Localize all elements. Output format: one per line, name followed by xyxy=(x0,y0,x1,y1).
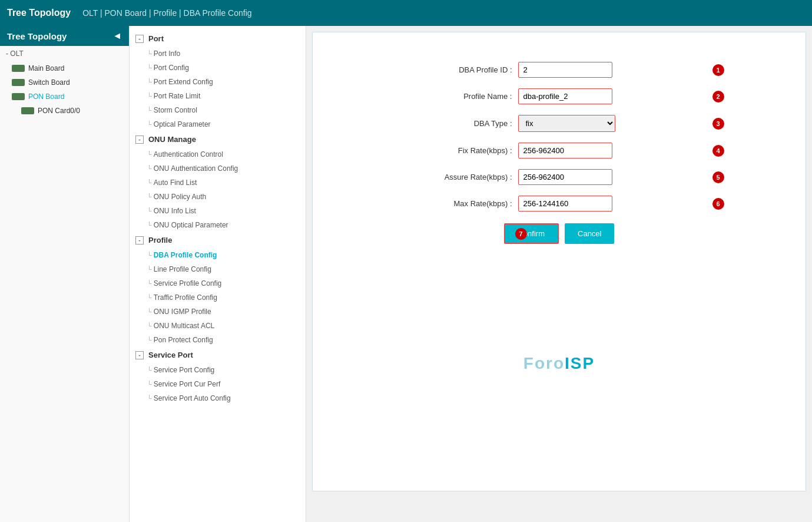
confirm-button[interactable]: Confirm xyxy=(504,223,559,244)
menu-pon-protect-config[interactable]: Pon Protect Config xyxy=(130,333,306,347)
section-port-label: Port xyxy=(148,34,164,43)
sidebar-item-pon-board[interactable]: PON Board xyxy=(0,90,129,104)
menu-line-profile-config[interactable]: Line Profile Config xyxy=(130,262,306,276)
board-icon-3 xyxy=(12,93,25,100)
label-profile-name: Profile Name : xyxy=(412,92,512,101)
input-profile-name[interactable] xyxy=(518,88,612,104)
sidebar-item-main-board[interactable]: Main Board xyxy=(0,61,129,75)
menu-service-port-config[interactable]: Service Port Config xyxy=(130,363,306,377)
menu-port-extend-config[interactable]: Port Extend Config xyxy=(130,75,306,89)
menu-dba-profile-config[interactable]: DBA Profile Config xyxy=(130,248,306,262)
menu-service-port-cur-perf[interactable]: Service Port Cur Perf xyxy=(130,377,306,391)
sidebar-label-pon-board: PON Board xyxy=(28,92,64,101)
label-dba-profile-id: DBA Profile ID : xyxy=(412,65,512,74)
watermark-text1: Foro xyxy=(523,354,565,372)
main-content: DBA Profile ID : 1 Profile Name : 2 DBA … xyxy=(306,26,812,522)
header: Tree Topology OLT | PON Board | Profile … xyxy=(0,0,812,26)
board-icon xyxy=(12,65,25,72)
sidebar-header: Tree Topology ◄ xyxy=(0,26,129,46)
label-max-rate: Max Rate(kbps) : xyxy=(412,199,512,208)
label-dba-type: DBA Type : xyxy=(412,119,512,128)
section-service-label: Service Port xyxy=(148,351,193,359)
menu-auto-find-list[interactable]: Auto Find List xyxy=(130,176,306,190)
select-dba-type[interactable]: fix assured max fix+assured assured+max xyxy=(518,115,615,132)
menu-onu-policy-auth[interactable]: ONU Policy Auth xyxy=(130,190,306,204)
sidebar-label-pon-card: PON Card0/0 xyxy=(38,107,80,115)
badge-7: 7 xyxy=(515,228,527,240)
app-title: Tree Topology xyxy=(7,8,71,18)
watermark-text2: ISP xyxy=(565,354,595,372)
menu-onu-auth-config[interactable]: ONU Authentication Config xyxy=(130,161,306,176)
form-row-dba-id: DBA Profile ID : 1 xyxy=(412,62,707,78)
sidebar-item-switch-board[interactable]: Switch Board xyxy=(0,75,129,90)
middle-panel: - Port Port Info Port Config Port Extend… xyxy=(130,26,306,522)
breadcrumb: OLT | PON Board | Profile | DBA Profile … xyxy=(82,8,251,18)
dba-profile-form: DBA Profile ID : 1 Profile Name : 2 DBA … xyxy=(412,62,707,244)
content-panel: DBA Profile ID : 1 Profile Name : 2 DBA … xyxy=(312,32,806,491)
label-fix-rate: Fix Rate(kbps) : xyxy=(412,146,512,155)
sidebar-title: Tree Topology xyxy=(7,31,67,41)
badge-1: 1 xyxy=(712,64,724,76)
menu-port-config[interactable]: Port Config xyxy=(130,61,306,75)
menu-port-info[interactable]: Port Info xyxy=(130,47,306,61)
form-row-dba-type: DBA Type : fix assured max fix+assured a… xyxy=(412,115,707,132)
menu-traffic-profile-config[interactable]: Traffic Profile Config xyxy=(130,290,306,305)
input-assure-rate[interactable] xyxy=(518,169,612,185)
button-row: Confirm Cancel 7 xyxy=(412,223,707,244)
form-row-fix-rate: Fix Rate(kbps) : 4 xyxy=(412,143,707,158)
sidebar-item-pon-card[interactable]: PON Card0/0 xyxy=(0,104,129,118)
menu-service-port-auto-config[interactable]: Service Port Auto Config xyxy=(130,391,306,405)
sidebar-label-switch-board: Switch Board xyxy=(28,78,70,87)
section-service-icon: - xyxy=(135,351,144,359)
form-row-profile-name: Profile Name : 2 xyxy=(412,88,707,104)
form-row-assure-rate: Assure Rate(kbps) : 5 xyxy=(412,169,707,185)
watermark: ForoISP xyxy=(523,354,595,373)
input-max-rate[interactable] xyxy=(518,196,612,212)
badge-6: 6 xyxy=(712,198,724,210)
sidebar-arrow[interactable]: ◄ xyxy=(112,31,122,41)
menu-port-rate-limit[interactable]: Port Rate Limit xyxy=(130,89,306,103)
menu-optical-parameter[interactable]: Optical Parameter xyxy=(130,117,306,131)
sidebar-label-main-board: Main Board xyxy=(28,64,64,72)
section-onu-manage: - ONU Manage xyxy=(130,131,306,147)
cancel-button[interactable]: Cancel xyxy=(565,223,614,244)
menu-onu-igmp-profile[interactable]: ONU IGMP Profile xyxy=(130,305,306,319)
menu-storm-control[interactable]: Storm Control xyxy=(130,103,306,117)
section-profile-icon: - xyxy=(135,236,144,245)
section-profile: - Profile xyxy=(130,232,306,248)
badge-4: 4 xyxy=(712,145,724,157)
menu-onu-optical-param[interactable]: ONU Optical Parameter xyxy=(130,218,306,232)
menu-onu-info-list[interactable]: ONU Info List xyxy=(130,204,306,218)
section-port-icon: - xyxy=(135,35,144,43)
section-port: - Port xyxy=(130,31,306,47)
input-dba-profile-id[interactable] xyxy=(518,62,612,78)
label-assure-rate: Assure Rate(kbps) : xyxy=(412,173,512,181)
board-icon-4 xyxy=(21,107,34,114)
badge-2: 2 xyxy=(712,91,724,103)
menu-service-profile-config[interactable]: Service Profile Config xyxy=(130,276,306,290)
sidebar: Tree Topology ◄ - OLT Main Board Switch … xyxy=(0,26,130,522)
menu-auth-control[interactable]: Authentication Control xyxy=(130,147,306,161)
form-row-max-rate: Max Rate(kbps) : 6 xyxy=(412,196,707,212)
section-onu-label: ONU Manage xyxy=(148,135,196,144)
badge-3: 3 xyxy=(712,118,724,130)
section-onu-icon: - xyxy=(135,136,144,144)
section-service-port: - Service Port xyxy=(130,347,306,363)
menu-onu-multicast-acl[interactable]: ONU Multicast ACL xyxy=(130,319,306,333)
board-icon-2 xyxy=(12,79,25,86)
section-profile-label: Profile xyxy=(148,236,172,245)
main-layout: Tree Topology ◄ - OLT Main Board Switch … xyxy=(0,26,812,522)
input-fix-rate[interactable] xyxy=(518,143,612,158)
badge-5: 5 xyxy=(712,171,724,183)
sidebar-item-olt[interactable]: - OLT xyxy=(0,46,129,61)
